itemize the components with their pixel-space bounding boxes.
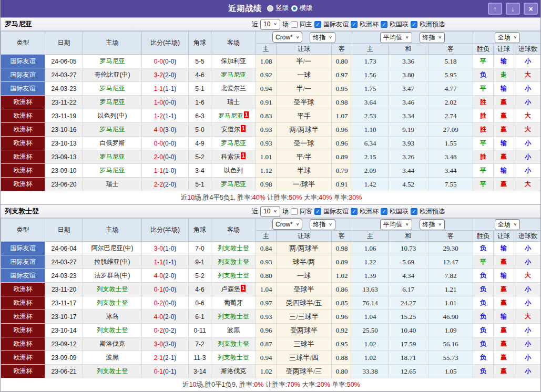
halftime-score: (2-1) [163,354,176,362]
team-text: 法罗群岛(中) [95,272,130,279]
away-team-cell: 列支敦士登 [211,310,256,324]
result-outcome-cell: 平 [473,55,494,68]
move-up-button[interactable]: ↑ [488,3,502,15]
odds-away-cell: 0.89 [332,255,352,269]
summary-text: 近10场,胜4平5负1, 胜率:40% 让胜率:50% 大率:40% 单率:30… [1,191,541,204]
result-goals-cell: 大 [514,109,541,123]
result-handicap-cell: 输 [494,164,514,178]
subcol-avg-away: 客 [428,231,473,242]
corner-cell: 4-6 [189,68,211,82]
away-team-cell: 罗马尼亚 [211,178,256,191]
competition-checkbox-0[interactable]: ✓ [314,208,321,215]
odds-away-cell: 0.95 [332,337,352,351]
recent-count-select[interactable]: 10∨ [260,19,280,30]
summary-segment: 场,胜0平1负9, 胜率: [197,381,254,388]
result-goals-cell: 小 [514,82,541,96]
avg-home-cell: 6.34 [352,137,389,150]
avg-stage-select[interactable]: 终指∨ [420,32,445,43]
scope-select[interactable]: 全场∨ [495,32,520,43]
competition-checkbox-1[interactable]: ✓ [351,21,358,28]
note-badge: 1 [241,285,246,292]
chevron-down-icon: ∨ [329,223,332,227]
score-cell: 0-0(0-0) [142,55,189,68]
competition-checkbox-3[interactable]: ✓ [411,208,417,215]
competition-checkbox-2[interactable]: ✓ [381,21,387,28]
same-venue-checkbox[interactable] [291,208,298,215]
scope-select[interactable]: 全场∨ [495,219,520,230]
halftime-score: (1-1) [163,85,176,92]
summary-segment: 50% [289,194,302,201]
team-text: 以色列(中) [98,112,127,119]
team-text: 罗马尼亚 [221,71,246,78]
handicap-cell: 一/球半 [277,178,332,191]
close-button[interactable]: × [524,3,538,15]
result-goals-cell: 大 [514,269,541,283]
team-text: 冰岛 [106,313,119,320]
fulltime-score: 1-1 [154,85,163,92]
match-row: 欧洲杯23-10-14列支敦士登0-2(0-2)0-11波黑0.96受两球半0.… [1,324,541,337]
same-venue-checkbox[interactable] [291,21,298,28]
score-cell: 3-2(2-0) [142,68,189,82]
team-text: 列支敦士登 [218,244,249,252]
avg-odds-select[interactable]: 平均值∨ [380,219,412,230]
odds-provider-select[interactable]: Crow*∨ [272,219,302,230]
team-text: 安道尔 [221,126,240,133]
competition-type-cell: 国际友谊 [1,82,45,96]
odds-away-cell: 0.98 [332,242,352,255]
recent-count-select[interactable]: 10∨ [260,206,280,217]
summary-segment: 30% [349,194,362,201]
away-team-cell: 列支敦士登 [211,255,256,269]
team-text: 列支敦士登 [218,258,249,265]
avg-home-cell: 13.63 [352,283,389,296]
odds-provider-select[interactable]: Crow*∨ [272,32,302,43]
match-row: 欧洲杯23-10-17冰岛4-0(2-0)6-1列支敦士登0.93三/三球半0.… [1,310,541,324]
match-row: 欧洲杯23-06-20瑞士2-2(2-0)5-1罗马尼亚0.98一/球半0.91… [1,178,541,191]
subcol-odds-away: 客 [332,44,352,55]
competition-checkbox-3[interactable]: ✓ [411,21,417,28]
summary-segment: 0% [254,381,263,388]
home-team-cell: 罗马尼亚 [83,96,142,109]
result-outcome-cell: 平 [473,137,494,150]
competition-checkbox-0[interactable]: ✓ [314,21,321,28]
odds-away-cell: 0.85 [332,296,352,310]
avg-home-cell: 2.53 [352,109,389,123]
result-goals-cell: 小 [514,96,541,109]
result-outcome-cell: 负 [473,351,494,365]
halftime-score: (2-0) [163,181,176,188]
competition-checkbox-1[interactable]: ✓ [351,208,358,215]
summary-text: 近10场,胜0平1负9, 胜率:0% 让胜率:70% 大率:20% 单率:50% [1,378,541,391]
odds-stage-select[interactable]: 终指∨ [310,219,335,230]
note-badge: 1 [241,125,246,132]
col-header-date: 日期 [45,219,83,242]
avg-draw-cell: 18.71 [389,351,428,365]
away-team-cell: 列支敦士登 [211,351,256,365]
layout-radio-vertical[interactable]: 竖版 [267,4,289,13]
result-handicap-cell: 输 [494,55,514,68]
same-venue-label: 同主 [300,20,312,29]
team-text: 罗马尼亚 [100,126,125,133]
result-outcome-cell: 胜 [473,96,494,109]
move-down-button[interactable]: ↓ [506,3,520,15]
radio-label: 竖版 [275,4,289,13]
avg-odds-select[interactable]: 平均值∨ [380,32,412,43]
summary-segment: 近 [182,381,189,388]
date-cell: 23-09-09 [45,351,83,365]
away-team-cell: 列支敦士登 [211,337,256,351]
result-goals-cell: 小 [514,255,541,269]
avg-away-cell: 12.47 [428,255,473,269]
competition-type-cell: 欧洲杯 [1,337,45,351]
competition-checkbox-2[interactable]: ✓ [381,208,387,215]
subcol-outcome: 胜负 [473,231,494,242]
odds-home-cell: 0.93 [256,310,277,324]
competition-label: 欧洲预选 [420,20,445,29]
odds-stage-select[interactable]: 终指∨ [310,32,335,43]
result-goals-cell: 小 [514,365,541,378]
odds-home-cell: 0.93 [256,255,277,269]
layout-radio-horizontal[interactable]: 横版 [291,4,313,13]
team-text: 科索沃 [221,153,240,160]
halftime-score: (0-0) [163,286,176,293]
score-cell: 4-0(3-0) [142,123,189,137]
date-cell: 24-06-05 [45,55,83,68]
away-team-cell: 列支敦士登 [211,269,256,283]
avg-stage-select[interactable]: 终指∨ [420,219,445,230]
